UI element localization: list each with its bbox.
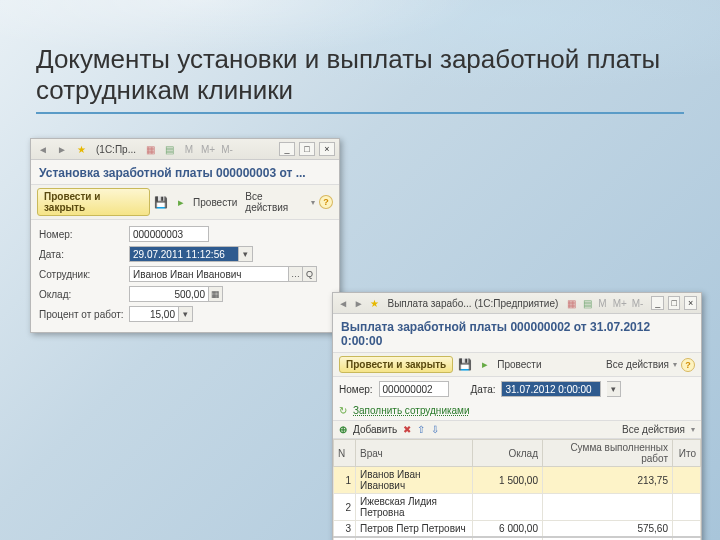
m-minus-icon[interactable]: M-: [631, 295, 645, 311]
save-icon[interactable]: 💾: [154, 194, 170, 210]
window-salary-setup: ◄ ► ★ (1С:Пр... ▦ ▤ M M+ M- _ □ × Устано…: [30, 138, 340, 333]
post-button[interactable]: Провести: [193, 197, 237, 208]
cell-employee: Ижевская Лидия Петровна: [356, 494, 473, 521]
m-plus-icon[interactable]: M+: [200, 141, 216, 157]
titlebar-text: Выплата зарабо... (1С:Предприятие): [384, 298, 563, 309]
stepper-icon[interactable]: ▾: [179, 306, 193, 322]
help-icon[interactable]: ?: [681, 358, 695, 372]
table-row[interactable]: 3 Петров Петр Петрович 6 000,00 575,60: [334, 521, 701, 538]
date-picker-icon[interactable]: ▾: [239, 246, 253, 262]
cell-n: 3: [334, 521, 356, 538]
minimize-icon[interactable]: _: [279, 142, 295, 156]
move-down-icon[interactable]: ⇩: [431, 424, 439, 435]
favorite-icon[interactable]: ★: [73, 141, 89, 157]
col-work-sum[interactable]: Сумма выполненных работ: [543, 440, 673, 467]
m-icon[interactable]: M: [181, 141, 197, 157]
calc-icon[interactable]: ▦: [143, 141, 159, 157]
back-icon[interactable]: ◄: [35, 141, 51, 157]
lookup-icon[interactable]: …: [289, 266, 303, 282]
date-field[interactable]: 29.07.2011 11:12:56: [129, 246, 239, 262]
tool-icon[interactable]: ▤: [162, 141, 178, 157]
label-employee: Сотрудник:: [39, 269, 129, 280]
employee-field[interactable]: Иванов Иван Иванович: [129, 266, 289, 282]
cell-n: 1: [334, 467, 356, 494]
salary-field[interactable]: 500,00: [129, 286, 209, 302]
post-icon[interactable]: ▸: [477, 357, 493, 373]
table-row[interactable]: 2 Ижевская Лидия Петровна: [334, 494, 701, 521]
chevron-down-icon: ▾: [311, 198, 315, 207]
close-icon[interactable]: ×: [684, 296, 697, 310]
cell-salary: [473, 494, 543, 521]
toolbar: Провести и закрыть 💾 ▸ Провести Все дейс…: [333, 352, 701, 377]
all-actions-button[interactable]: Все действия: [606, 359, 669, 370]
add-icon[interactable]: ⊕: [339, 424, 347, 435]
add-button[interactable]: Добавить: [353, 424, 397, 435]
post-and-close-button[interactable]: Провести и закрыть: [339, 356, 453, 373]
cell-total: [673, 521, 701, 538]
col-total[interactable]: Ито: [673, 440, 701, 467]
header-fields: Номер: 000000002 Дата: 31.07.2012 0:00:0…: [333, 377, 701, 401]
col-employee[interactable]: Врач: [356, 440, 473, 467]
date-picker-icon[interactable]: ▾: [607, 381, 621, 397]
date-field[interactable]: 31.07.2012 0:00:00: [501, 381, 601, 397]
m-icon[interactable]: M: [596, 295, 609, 311]
save-icon[interactable]: 💾: [457, 357, 473, 373]
calc-button-icon[interactable]: ▦: [209, 286, 223, 302]
post-icon[interactable]: ▸: [173, 194, 189, 210]
chevron-down-icon: ▾: [673, 360, 677, 369]
slide-title: Документы установки и выплаты заработной…: [36, 44, 684, 114]
cell-work-sum: [543, 494, 673, 521]
calc-icon[interactable]: ▦: [565, 295, 578, 311]
titlebar-text: (1С:Пр...: [92, 144, 140, 155]
post-button[interactable]: Провести: [497, 359, 541, 370]
toolbar: Провести и закрыть 💾 ▸ Провести Все дейс…: [31, 184, 339, 220]
chevron-down-icon: ▾: [691, 425, 695, 434]
document-title: Выплата заработной платы 000000002 от 31…: [333, 314, 701, 352]
label-percent: Процент от работ:: [39, 309, 129, 320]
cell-employee: Иванов Иван Иванович: [356, 467, 473, 494]
open-icon[interactable]: Q: [303, 266, 317, 282]
favorite-icon[interactable]: ★: [368, 295, 381, 311]
col-n[interactable]: N: [334, 440, 356, 467]
tool-icon[interactable]: ▤: [581, 295, 594, 311]
titlebar: ◄ ► ★ Выплата зарабо... (1С:Предприятие)…: [333, 293, 701, 314]
move-up-icon[interactable]: ⇧: [417, 424, 425, 435]
employee-table: N Врач Оклад Сумма выполненных работ Ито…: [333, 439, 701, 540]
document-title: Установка заработной платы 000000003 от …: [31, 160, 339, 184]
cell-work-sum: 213,75: [543, 467, 673, 494]
help-icon[interactable]: ?: [319, 195, 333, 209]
cell-salary: 1 500,00: [473, 467, 543, 494]
forward-icon[interactable]: ►: [54, 141, 70, 157]
number-field[interactable]: 000000003: [129, 226, 209, 242]
cell-work-sum: 575,60: [543, 521, 673, 538]
cell-n: 2: [334, 494, 356, 521]
label-number: Номер:: [339, 384, 373, 395]
back-icon[interactable]: ◄: [337, 295, 350, 311]
post-and-close-button[interactable]: Провести и закрыть: [37, 188, 150, 216]
col-salary[interactable]: Оклад: [473, 440, 543, 467]
delete-icon[interactable]: ✖: [403, 424, 411, 435]
close-icon[interactable]: ×: [319, 142, 335, 156]
fill-row: ↻ Заполнить сотрудниками: [333, 401, 701, 420]
label-date: Дата:: [39, 249, 129, 260]
number-field[interactable]: 000000002: [379, 381, 449, 397]
m-plus-icon[interactable]: M+: [612, 295, 628, 311]
label-number: Номер:: [39, 229, 129, 240]
forward-icon[interactable]: ►: [353, 295, 366, 311]
cell-salary: 6 000,00: [473, 521, 543, 538]
maximize-icon[interactable]: □: [668, 296, 681, 310]
refresh-icon[interactable]: ↻: [339, 405, 347, 416]
minimize-icon[interactable]: _: [651, 296, 664, 310]
maximize-icon[interactable]: □: [299, 142, 315, 156]
all-actions-button[interactable]: Все действия: [245, 191, 307, 213]
table-row[interactable]: 1 Иванов Иван Иванович 1 500,00 213,75: [334, 467, 701, 494]
percent-field[interactable]: 15,00: [129, 306, 179, 322]
table-toolbar: ⊕ Добавить ✖ ⇧ ⇩ Все действия ▾: [333, 420, 701, 439]
fill-employees-link[interactable]: Заполнить сотрудниками: [353, 405, 470, 416]
cell-employee: Петров Петр Петрович: [356, 521, 473, 538]
window-salary-payment: ◄ ► ★ Выплата зарабо... (1С:Предприятие)…: [332, 292, 702, 540]
table-all-actions-button[interactable]: Все действия: [622, 424, 685, 435]
cell-total: [673, 494, 701, 521]
m-minus-icon[interactable]: M-: [219, 141, 235, 157]
form-body: Номер: 000000003 Дата: 29.07.2011 11:12:…: [31, 220, 339, 332]
